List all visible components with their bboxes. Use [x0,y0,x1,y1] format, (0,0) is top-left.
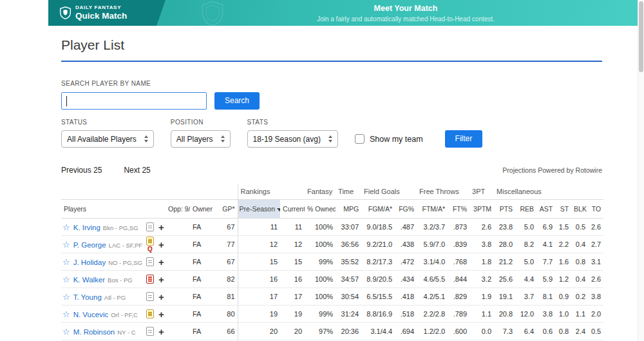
cell-to: 3.1 [588,253,603,271]
cell-pts: 23.8 [494,219,515,236]
cell-to: 0.5 [588,323,603,340]
favorite-star-icon[interactable]: ☆ [62,257,70,267]
cell-ast: 5.9 [536,271,555,288]
player-name-link[interactable]: K. Irving [73,224,100,231]
cell-pts: 20.8 [494,306,515,323]
favorite-star-icon[interactable]: ☆ [62,327,70,336]
col-header-pts: PTS [494,200,515,219]
col-header-to: TO [588,200,603,219]
add-player-icon[interactable]: + [158,240,164,249]
show-my-team-checkbox[interactable] [355,134,365,144]
player-name-link[interactable]: K. Walker [73,276,105,284]
select-arrows-icon [328,135,332,142]
search-button[interactable]: Search [214,92,260,110]
filter-button[interactable]: Filter [445,130,483,148]
favorite-star-icon[interactable]: ☆ [62,292,70,302]
favorite-star-icon[interactable]: ☆ [62,275,70,284]
status-select[interactable]: All Available Players [61,130,154,148]
scrollbar-thumb[interactable] [639,1,643,72]
player-note-icon[interactable] [146,275,154,284]
col-header-player: Players [61,200,144,219]
cell-blk: 0.4 [571,236,588,253]
cell-mpg: 34:57 [336,271,361,288]
top-banner: DAILY FANTASY Quick Match Meet Your Matc… [48,0,644,26]
cell-owned: 97% [305,323,336,340]
player-name-link[interactable]: P. George [73,241,106,249]
opponent-cell [166,306,190,323]
player-note-icon[interactable] [146,309,154,318]
cell-reb: 4.4 [515,271,536,288]
owner-cell: FA [190,253,220,271]
col-header-pre-season[interactable]: Pre-Season [238,200,280,219]
cell-ast: 3.8 [536,306,555,323]
cell-gp: 77 [220,236,238,253]
search-input[interactable] [61,92,207,110]
cell-st: 0.9 [555,288,571,306]
add-player-icon[interactable]: + [158,222,164,232]
player-name-link[interactable]: J. Holiday [73,258,106,266]
cell-pre: 12 [238,236,280,253]
player-note-icon[interactable] [146,222,154,231]
player-note-icon[interactable] [146,257,154,266]
position-select[interactable]: All Players [171,130,231,148]
group-header-row: RankingsFantasyTimeField GoalsFree Throw… [61,184,603,200]
select-arrows-icon [221,135,225,142]
previous-page-link[interactable]: Previous 25 [61,166,102,175]
cell-gp: 81 [220,288,238,306]
add-player-icon[interactable]: + [158,327,164,336]
cell-owned: 99% [305,253,336,271]
cell-st: 1.2 [555,271,571,288]
add-player-icon[interactable]: + [158,257,164,267]
stats-select[interactable]: 18-19 Season (avg) [247,130,338,148]
cell-pre: 17 [238,288,280,306]
add-player-icon[interactable]: + [158,275,164,284]
add-player-icon[interactable]: + [158,292,164,302]
player-note-icon[interactable] [146,237,154,246]
banner-message: Meet Your Match Join a fairly and automa… [317,5,495,23]
cell-cur: 16 [280,271,305,288]
show-my-team-label: Show my team [370,135,423,144]
col-header-ftp: FT% [448,200,469,219]
favorite-star-icon[interactable]: ☆ [62,222,70,232]
cell-owned: 100% [305,219,336,236]
next-page-link[interactable]: Next 25 [124,166,150,175]
col-header-mpg: MPG [336,200,361,219]
table-row: ☆T. YoungAtl - PG+FA811717100%30:546.5/1… [61,288,603,306]
cell-fgma: 3.1/4.4 [361,323,395,340]
player-note-icon[interactable] [146,327,154,336]
cell-to: 2.0 [588,306,603,323]
player-badges-cell: + [144,288,166,306]
status-label: STATUS [61,119,154,126]
group-header-rankings: Rankings [238,184,305,200]
select-arrows-icon [144,135,148,142]
app-viewport: DAILY FANTASY Quick Match Meet Your Matc… [0,0,644,341]
player-name-link[interactable]: M. Robinson [73,328,115,336]
status-select-value: All Available Players [67,135,137,144]
cell-pre: 15 [238,253,280,271]
favorite-star-icon[interactable]: ☆ [62,240,70,249]
cell-owned: 100% [305,271,336,288]
player-cell: ☆K. IrvingBkn - PG,SG [61,219,144,236]
player-cell: ☆P. GeorgeLAC - SF,PF [61,236,144,253]
show-my-team-option[interactable]: Show my team [355,134,423,148]
add-player-icon[interactable]: + [158,309,164,319]
projections-credit: Projections Powered by Rotowire [502,166,602,174]
player-name-link[interactable]: T. Young [73,293,102,301]
cell-ftma: 2.2/2.8 [417,306,448,323]
player-name-link[interactable]: N. Vucevic [73,311,109,318]
player-note-icon[interactable] [146,292,154,301]
cell-gp: 80 [220,306,238,323]
banner-headline: Meet Your Match [317,5,495,14]
cell-ftma: 3.1/4.0 [417,253,448,271]
cell-ftp: .829 [448,288,469,306]
cell-fgma: 8.9/20.5 [361,271,395,288]
cell-ftp: .600 [448,323,469,340]
cell-pre: 16 [238,271,280,288]
player-badges-cell: + [144,323,166,340]
stats-label: STATS [247,119,338,126]
scrollbar[interactable] [638,0,644,341]
opponent-cell [166,323,190,340]
player-cell: ☆J. HolidayNO - PG,SG [61,253,144,271]
favorite-star-icon[interactable]: ☆ [62,309,70,319]
cell-blk: 1.1 [571,306,588,323]
